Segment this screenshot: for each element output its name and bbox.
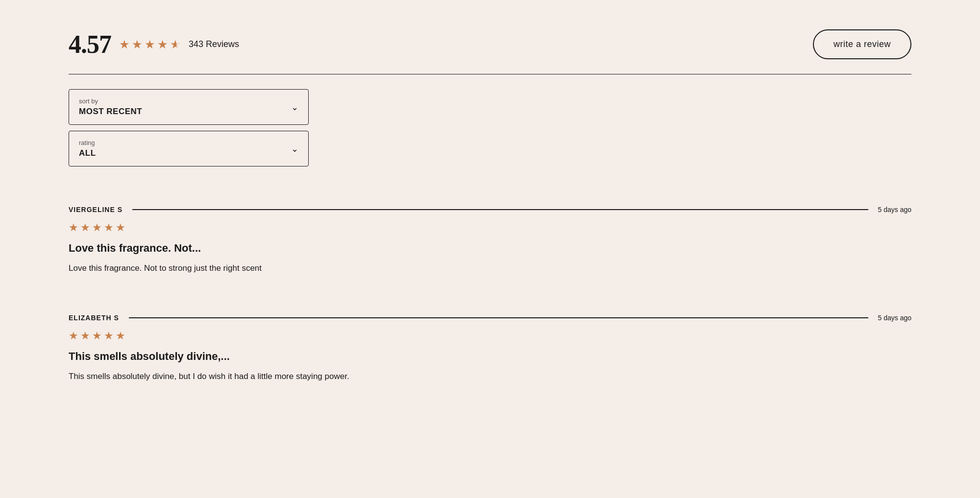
review-item: ELIZABETH S 5 days ago ★ ★ ★ ★ ★ This sm… <box>69 299 911 407</box>
review-star-5: ★ <box>116 221 125 234</box>
star-3: ★ <box>145 38 155 51</box>
reviews-list: VIERGELINE S 5 days ago ★ ★ ★ ★ ★ Love t… <box>69 191 911 407</box>
review-date: 5 days ago <box>878 206 912 213</box>
review-header: VIERGELINE S 5 days ago <box>69 206 911 213</box>
rating-filter-chevron-icon: ⌄ <box>291 143 298 154</box>
reviewer-name: VIERGELINE S <box>69 206 122 213</box>
review-star-1: ★ <box>69 330 78 342</box>
star-2: ★ <box>132 38 143 51</box>
rating-filter-dropdown[interactable]: rating ALL ⌄ <box>69 131 309 166</box>
reviews-header: 4.57 ★ ★ ★ ★ ★ 343 Reviews write a revie… <box>69 20 911 74</box>
review-title: Love this fragrance. Not... <box>69 242 911 255</box>
sort-filter-chevron-icon: ⌄ <box>291 102 298 113</box>
review-item: VIERGELINE S 5 days ago ★ ★ ★ ★ ★ Love t… <box>69 191 911 299</box>
review-body: This smells absolutely divine, but I do … <box>69 370 911 383</box>
review-star-4: ★ <box>104 221 114 234</box>
review-star-1: ★ <box>69 221 78 234</box>
review-star-4: ★ <box>104 330 114 342</box>
review-star-2: ★ <box>80 221 90 234</box>
rating-filter-label: rating <box>79 139 298 146</box>
star-5-half: ★ <box>170 38 181 51</box>
review-header: ELIZABETH S 5 days ago <box>69 314 911 322</box>
sort-filter-value: MOST RECENT <box>79 107 298 117</box>
star-1: ★ <box>119 38 130 51</box>
review-count: 343 Reviews <box>189 39 239 49</box>
review-star-3: ★ <box>92 221 102 234</box>
review-date: 5 days ago <box>878 314 912 322</box>
overall-rating: 4.57 <box>69 30 111 59</box>
review-body: Love this fragrance. Not to strong just … <box>69 261 911 275</box>
review-stars: ★ ★ ★ ★ ★ <box>69 221 911 234</box>
overall-stars: ★ ★ ★ ★ ★ <box>119 38 181 51</box>
rating-summary: 4.57 ★ ★ ★ ★ ★ 343 Reviews <box>69 30 239 59</box>
review-star-5: ★ <box>116 330 125 342</box>
filters-section: sort by MOST RECENT ⌄ rating ALL ⌄ <box>69 89 911 166</box>
review-star-2: ★ <box>80 330 90 342</box>
review-stars: ★ ★ ★ ★ ★ <box>69 330 911 342</box>
header-divider <box>69 74 911 74</box>
write-review-button[interactable]: write a review <box>813 29 911 59</box>
sort-filter-dropdown[interactable]: sort by MOST RECENT ⌄ <box>69 89 309 125</box>
review-star-3: ★ <box>92 330 102 342</box>
review-header-line <box>129 317 868 318</box>
review-title: This smells absolutely divine,... <box>69 350 911 363</box>
star-4: ★ <box>157 38 168 51</box>
sort-filter-label: sort by <box>79 97 298 105</box>
rating-filter-value: ALL <box>79 148 298 158</box>
reviewer-name: ELIZABETH S <box>69 314 119 322</box>
review-header-line <box>132 209 868 210</box>
